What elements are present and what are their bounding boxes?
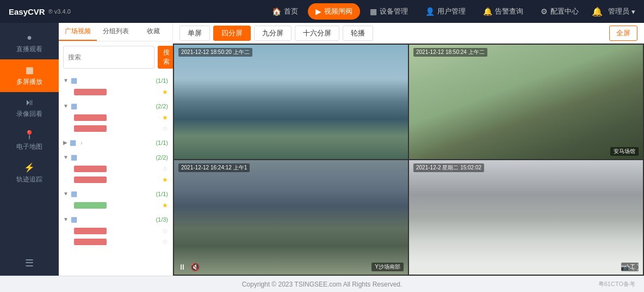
group-count-5: (1/1) [156, 191, 168, 197]
tree-tab-plaza[interactable]: 广场视频 [59, 23, 97, 41]
item-bar [74, 239, 107, 245]
tree-group-header-6[interactable]: ▼ ▦ (1/3) [59, 213, 172, 226]
carousel-btn[interactable]: 轮播 [343, 26, 373, 41]
user-icon: 👤 [425, 7, 435, 16]
star-empty-icon[interactable]: ☆ [162, 227, 168, 235]
fullscreen-button[interactable]: 全屏 [609, 26, 637, 41]
folder-icon: ▦ [71, 215, 77, 223]
tree-group-header-5[interactable]: ▼ ▦ (1/1) [59, 187, 172, 200]
star-icon[interactable]: ★ [162, 202, 168, 209]
tree-item[interactable]: ★ [59, 87, 172, 98]
nav-device[interactable]: ▦ 设备管理 [362, 3, 416, 20]
item-bar [74, 177, 107, 183]
item-bar [74, 166, 107, 172]
star-icon[interactable]: ★ [162, 88, 168, 96]
folder-icon: ▦ [71, 153, 77, 161]
star-icon[interactable]: ★ [162, 114, 168, 121]
video-timestamp-3: 2021-12-12 16:24:12 上午1 [178, 163, 250, 172]
sidebar-item-live[interactable]: ● 直播观看 [0, 27, 59, 59]
tree-item[interactable]: ★ [59, 200, 172, 211]
search-input[interactable] [63, 46, 154, 69]
expand-btn[interactable]: ⛶ [632, 264, 639, 271]
menu-list-icon[interactable]: ☰ [21, 253, 38, 273]
content-area: 广场视频 分组列表 收藏 搜索 ▼ ▦ (1/1) [59, 23, 644, 276]
tree-item[interactable]: ☆ [59, 236, 172, 247]
nav-config[interactable]: ⚙ 配置中心 [533, 3, 586, 20]
app-name: EasyCVR [9, 7, 45, 16]
star-empty-icon[interactable]: ☆ [162, 125, 168, 132]
tree-group-header-2[interactable]: ▼ ▦ (2/2) [59, 100, 172, 112]
capture-btn[interactable]: 📷 [621, 264, 629, 271]
group-count-2: (2/2) [156, 103, 168, 110]
tree-tabs: 广场视频 分组列表 收藏 [59, 23, 172, 41]
home-icon: 🏠 [272, 7, 281, 16]
camera-feed-2 [409, 45, 643, 159]
star-empty-icon[interactable]: ☆ [162, 165, 168, 173]
sidebar: ● 直播观看 ▦ 多屏播放 ⏯ 录像回看 📍 电子地图 ⚡ 轨迹追踪 ☰ [0, 23, 59, 276]
config-icon: ⚙ [541, 7, 548, 16]
tree-group-5: ▼ ▦ (1/1) ★ [59, 186, 172, 212]
sixteen-screen-btn[interactable]: 十六分屏 [295, 26, 339, 41]
notification-bell[interactable]: 🔔 [592, 7, 603, 17]
tree-content: ▼ ▦ (1/1) ★ ▼ ▦ [59, 71, 172, 276]
tree-group-2: ▼ ▦ (2/2) ★ ☆ [59, 99, 172, 135]
tree-item[interactable]: ☆ [59, 123, 172, 134]
video-label-3: Y沙场南部 [371, 263, 404, 271]
tree-group-header-1[interactable]: ▼ ▦ (1/1) [59, 74, 172, 87]
nine-screen-btn[interactable]: 九分屏 [254, 26, 292, 41]
topnav: EasyCVR ® v3.4.0 🏠 首页 ▶ 视频闸阀 ▦ 设备管理 👤 用户… [0, 0, 644, 23]
star-icon[interactable]: ★ [162, 176, 168, 184]
footer: Copyright © 2023 TSINGSEE.com All Rights… [0, 276, 644, 292]
item-bar [74, 125, 107, 132]
tree-item[interactable]: ★ [59, 112, 172, 123]
sidebar-item-track[interactable]: ⚡ 轨迹追踪 [0, 157, 59, 190]
device-icon: ▦ [370, 7, 377, 16]
camera-feed-4 [409, 160, 643, 275]
tree-search-bar: 搜索 [59, 41, 172, 71]
video-cell-3[interactable]: 2021-12-12 16:24:12 上午1 Y沙场南部 ⏸ 🔇 [174, 160, 408, 275]
tree-item[interactable]: ★ [59, 174, 172, 185]
sidebar-item-playback[interactable]: ⏯ 录像回看 [0, 92, 59, 124]
multiscreen-icon: ▦ [26, 65, 34, 75]
folder-icon: ▦ [71, 76, 77, 84]
sidebar-item-map[interactable]: 📍 电子地图 [0, 124, 59, 157]
single-screen-btn[interactable]: 单屏 [179, 26, 210, 41]
live-icon: ● [27, 33, 32, 42]
four-screen-btn[interactable]: 四分屏 [213, 26, 251, 41]
tree-tab-group[interactable]: 分组列表 [97, 23, 135, 41]
pause-btn[interactable]: ⏸ [178, 263, 186, 271]
video-cell-4[interactable]: 2021-12-2 星期二 15:02:02 小工 📷 ⛶ [409, 160, 643, 275]
playback-icon: ⏯ [25, 98, 34, 107]
chevron-down-icon: ▾ [631, 8, 635, 16]
video-cell-1[interactable]: 2021-12-12 18:50:20 上午二 [174, 45, 408, 159]
star-empty-icon[interactable]: ☆ [162, 238, 168, 246]
folder-icon: ▦ [71, 190, 77, 198]
camera-feed-3 [174, 160, 408, 275]
video-actions-4: 📷 ⛶ [621, 264, 639, 271]
nav-alarm[interactable]: 🔔 告警查询 [475, 3, 531, 20]
group-count-1: (1/1) [156, 77, 168, 84]
nav-user[interactable]: 👤 用户管理 [418, 3, 473, 20]
tree-tab-favorite[interactable]: 收藏 [134, 23, 172, 41]
group-count-4: (2/2) [156, 154, 168, 161]
video-toolbar: 单屏 四分屏 九分屏 十六分屏 轮播 全屏 [173, 23, 644, 44]
map-icon: 📍 [24, 130, 35, 140]
chevron-icon: ▼ [63, 154, 69, 160]
user-menu[interactable]: 管理员 ▾ [608, 7, 635, 16]
sidebar-bottom: ☰ [21, 257, 38, 276]
mute-btn[interactable]: 🔇 [190, 263, 200, 271]
tree-group-4: ▼ ▦ (2/2) ☆ ★ [59, 150, 172, 186]
tree-group-3: ▶ ▦ › (1/1) [59, 135, 172, 150]
nav-home[interactable]: 🏠 首页 [264, 3, 306, 20]
tree-group-header-3[interactable]: ▶ ▦ › (1/1) [59, 136, 172, 149]
tree-group-header-4[interactable]: ▼ ▦ (2/2) [59, 151, 172, 163]
tree-item[interactable]: ☆ [59, 163, 172, 174]
video-controls-3: ⏸ 🔇 [178, 263, 200, 271]
sidebar-item-multiscreen[interactable]: ▦ 多屏播放 [0, 59, 59, 92]
chevron-icon: ▼ [63, 191, 69, 197]
video-cell-2[interactable]: 2021-12-12 18:50:24 上午二 安马场馆 [409, 45, 643, 159]
chevron-icon: ▼ [63, 216, 69, 222]
nav-video[interactable]: ▶ 视频闸阀 [308, 3, 360, 20]
icp-text: 粤61CTO备考 [598, 280, 635, 288]
tree-item[interactable]: ☆ [59, 226, 172, 236]
